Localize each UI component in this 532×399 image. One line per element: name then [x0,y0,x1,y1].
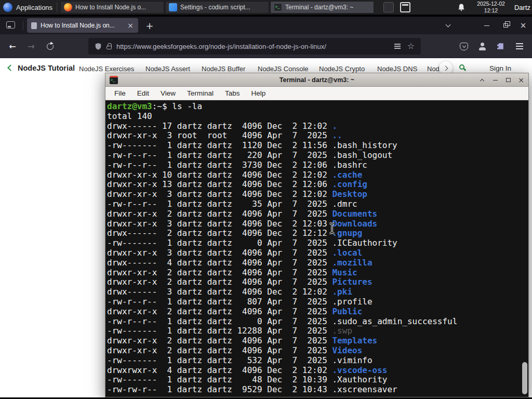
address-bar[interactable]: https://www.geeksforgeeks.org/node-js/in… [88,38,421,55]
site-nav-brand[interactable]: NodeJS Tutorial [18,64,75,72]
tracking-protection-shield-icon[interactable] [95,42,102,50]
file-name: .Xauthority [332,375,387,384]
minimize-button[interactable] [491,76,499,84]
maximize-button[interactable] [504,76,512,84]
menu-terminal[interactable]: Terminal [181,87,219,100]
window-restore-button[interactable] [498,17,513,34]
menu-tabs[interactable]: Tabs [219,87,246,100]
terminal-screen[interactable]: dartz@vm3:~$ ls -la total 140 drwx------… [105,100,528,397]
file-name: .profile [332,297,372,307]
bookmark-star-icon[interactable]: ☆ [407,42,415,50]
tray-window-icon[interactable] [400,2,410,12]
reload-button[interactable] [42,38,58,55]
site-nav-link[interactable]: NodeJS Assert [145,65,190,73]
directory-name: .vscode-oss [332,365,387,375]
clock[interactable]: 2025-12-02 12:12 [470,1,512,14]
ls-entry: drwxr-xr-x 3 dartz dartz 4096 Apr 7 2025… [107,248,528,258]
ls-entry: -rw-r--r-- 1 dartz dartz 35 Apr 7 2025 .… [107,200,528,209]
ls-entry: drwxr-xr-x 10 dartz dartz 4096 Dec 2 12:… [107,170,528,180]
terminal-titlebar[interactable]: Terminal - dartz@vm3: ~ × [105,73,528,87]
menu-file[interactable]: File [109,87,131,100]
back-button[interactable]: ← [4,38,21,55]
window-close-button[interactable]: × [515,17,531,34]
forward-button[interactable]: → [23,38,39,55]
site-nav-link[interactable]: NodeJS DNS [377,65,417,73]
codium-icon [169,3,177,11]
taskbar-item-title: How to Install Node.js o... [75,4,146,11]
ls-entry: -rw------- 1 dartz dartz 0 Apr 7 2025 .I… [107,238,528,248]
site-nav-link[interactable]: NodeJS Console [258,65,309,73]
site-nav-link[interactable]: NodeJS Crypto [319,65,365,73]
taskbar-item-title: Terminal - dartz@vm3: ~ [285,4,353,11]
terminal-window: Terminal - dartz@vm3: ~ × File Edit View… [105,73,529,397]
notification-bell-icon[interactable] [457,3,466,11]
file-name: .xscreensaver [332,384,397,394]
clock-time: 12:12 [470,7,512,14]
taskbar-item-codium[interactable]: Settings - codium script... [165,1,269,14]
file-name: .sudo_as_admin_successful [332,316,457,326]
ls-entry: drwxr-xr-x 2 dartz dartz 4096 Apr 7 2025… [107,268,528,278]
scrollbar-thumb[interactable] [522,362,527,394]
terminal-icon [274,3,282,11]
ls-entry: -rw-r--r-- 1 dartz dartz 0 Apr 7 2025 .s… [107,317,528,327]
close-button[interactable]: × [517,76,525,84]
nav-scroll-left-icon[interactable] [7,64,14,71]
new-tab-button[interactable]: + [142,18,157,33]
browser-tab[interactable]: How to Install Node.js on... × [27,18,138,33]
menu-help[interactable]: Help [246,87,272,100]
tray-app-icon[interactable] [383,2,394,12]
ls-entry: -rw-r--r-- 1 dartz dartz 220 Apr 7 2025 … [107,151,528,161]
chevron-up-icon [480,78,484,83]
pocket-button[interactable] [456,38,472,55]
ls-entry: drwxr-xr-x 13 dartz dartz 4096 Dec 2 12:… [107,180,528,190]
hamburger-icon [516,46,523,47]
menu-edit[interactable]: Edit [131,87,155,100]
directory-name: .mozilla [332,258,372,268]
lock-icon[interactable] [107,46,112,49]
applications-icon [3,3,12,12]
tab-close-icon[interactable]: × [127,22,134,29]
shade-button[interactable] [478,76,486,84]
app-menu-button[interactable] [511,38,528,55]
terminal-menubar: File Edit View Terminal Tabs Help [105,87,528,100]
clock-date: 2025-12-02 [470,1,512,7]
extensions-button[interactable] [492,38,509,55]
directory-name: .. [332,130,342,140]
ls-entry: drwx------ 17 dartz dartz 4096 Dec 2 12:… [107,122,528,131]
directory-name: .gnupg [332,228,362,238]
titlebar-buttons: × [478,73,525,87]
file-name: .bash_logout [332,150,392,160]
user-menu[interactable]: Dartz [514,0,530,15]
window-minimize-button[interactable] [479,17,495,34]
ls-entry: drwx------ 3 dartz dartz 4096 Dec 2 12:0… [107,287,528,297]
taskbar-item-firefox[interactable]: How to Install Node.js o... [60,1,164,14]
terminal-scrollbar[interactable] [522,101,528,396]
ls-entry: drwxr-xr-x 2 dartz dartz 4096 Apr 7 2025… [107,209,528,219]
url-text[interactable]: https://www.geeksforgeeks.org/node-js/in… [116,43,388,50]
ls-entry: -rw------- 1 dartz dartz 12288 Apr 7 202… [107,326,528,336]
pocket-icon [460,43,468,50]
directory-name: .local [332,248,362,258]
taskbar-item-terminal[interactable]: Terminal - dartz@vm3: ~ [270,1,374,14]
sign-in-button[interactable]: Sign In [489,64,511,72]
reader-mode-icon[interactable] [394,46,401,47]
applications-menu-button[interactable]: Applications [0,0,57,15]
terminal-prompt-line: dartz@vm3:~$ ls -la [107,102,528,112]
list-all-tabs-button[interactable] [441,19,455,32]
ls-entry: drwxr-xr-x 3 dartz dartz 4096 Dec 2 12:0… [107,219,528,229]
ls-entry: drwx------ 4 dartz dartz 4096 Apr 7 2025… [107,258,528,268]
tab-bar: How to Install Node.js on... × + × [0,17,532,34]
site-nav-link[interactable]: NodeJS Exercises [79,65,134,73]
applications-label: Applications [16,4,52,11]
typed-command: ls -la [167,101,202,111]
account-button[interactable] [474,38,490,55]
prompt-user-host: dartz@vm3 [107,101,152,111]
search-icon[interactable] [459,64,464,70]
site-nav-link[interactable]: NodeJS Buffer [202,65,245,73]
menu-view[interactable]: View [155,87,181,100]
firefox-view-icon[interactable] [6,21,15,29]
file-name: .bash_history [332,140,397,150]
directory-name: Public [332,307,362,316]
tab-title: How to Install Node.js on... [41,22,123,29]
directory-name: .cache [332,170,362,180]
